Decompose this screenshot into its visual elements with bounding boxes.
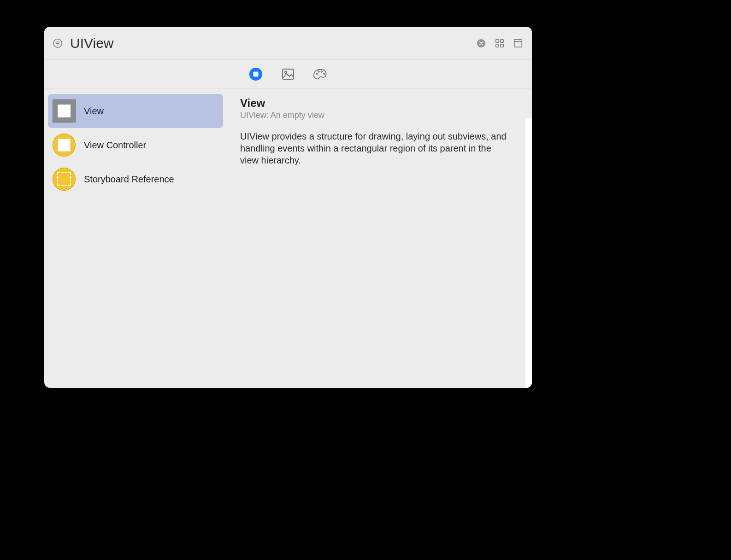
svg-point-14	[285, 71, 287, 73]
view-icon	[53, 99, 76, 122]
detail-toggle-button[interactable]	[513, 38, 524, 49]
tab-color[interactable]	[312, 66, 328, 82]
detail-description: UIView provides a structure for drawing,…	[240, 130, 507, 166]
svg-point-17	[321, 70, 322, 72]
list-item-label: View Controller	[84, 140, 146, 151]
svg-rect-12	[253, 71, 259, 76]
detail-pane: View UIView: An empty view UIView provid…	[227, 88, 532, 388]
list-item[interactable]: View Controller	[48, 128, 223, 162]
detail-title: View	[240, 97, 519, 110]
library-window: View View Controller Storyboard Referenc…	[44, 27, 532, 388]
svg-point-16	[318, 70, 319, 72]
tab-objects[interactable]	[248, 66, 264, 82]
search-field-wrap	[70, 34, 476, 52]
scroll-track	[525, 118, 532, 388]
list-item[interactable]: Storyboard Reference	[48, 162, 223, 196]
svg-rect-8	[501, 44, 503, 47]
svg-point-18	[324, 73, 325, 74]
view-controller-icon	[53, 134, 76, 157]
svg-rect-6	[501, 39, 503, 42]
topbar	[44, 27, 532, 60]
search-input[interactable]	[70, 35, 476, 51]
svg-rect-5	[496, 39, 499, 42]
list-item-label: Storyboard Reference	[84, 174, 174, 185]
svg-rect-9	[514, 39, 522, 47]
svg-point-15	[316, 73, 318, 74]
svg-rect-7	[496, 44, 499, 47]
body: View View Controller Storyboard Referenc…	[44, 88, 532, 388]
topbar-right	[476, 38, 524, 49]
list-item-label: View	[84, 106, 104, 117]
detail-subtitle: UIView: An empty view	[240, 111, 519, 120]
filter-button[interactable]	[52, 37, 64, 49]
category-tabs	[44, 60, 532, 88]
results-list: View View Controller Storyboard Referenc…	[44, 88, 227, 388]
clear-search-button[interactable]	[476, 38, 487, 49]
tab-media[interactable]	[280, 66, 296, 82]
storyboard-reference-icon	[53, 168, 76, 191]
svg-rect-13	[283, 69, 294, 79]
grid-view-button[interactable]	[494, 38, 505, 49]
list-item[interactable]: View	[48, 94, 223, 128]
